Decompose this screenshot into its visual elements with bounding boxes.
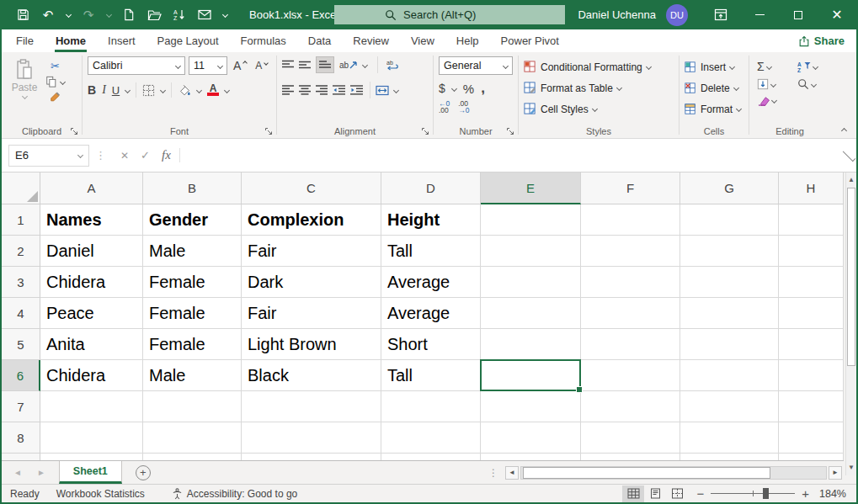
row-header-8[interactable]: 8	[2, 422, 40, 454]
borders-icon[interactable]	[142, 84, 155, 97]
collapse-ribbon-icon[interactable]	[841, 128, 847, 134]
accounting-dropdown-icon[interactable]	[451, 85, 457, 91]
format-painter-icon[interactable]	[45, 91, 65, 103]
minimize-button[interactable]	[740, 0, 779, 29]
cell-A7[interactable]	[40, 391, 143, 422]
cell-H8[interactable]	[779, 422, 844, 454]
cell-H1[interactable]	[779, 204, 844, 236]
number-format-combo[interactable]: General	[439, 56, 513, 75]
zoom-in-button[interactable]: +	[802, 487, 809, 500]
cell-A2[interactable]: Daniel	[40, 236, 143, 267]
tab-file[interactable]: File	[5, 29, 45, 52]
cell-D7[interactable]	[381, 391, 481, 422]
cell-A3[interactable]: Chidera	[40, 267, 143, 298]
row-header-7[interactable]: 7	[2, 391, 40, 422]
select-all-button[interactable]	[2, 172, 40, 204]
cell-B3[interactable]: Female	[143, 267, 242, 298]
scroll-up-icon[interactable]: ▲	[846, 172, 856, 186]
expand-formula-bar-icon[interactable]	[843, 149, 856, 162]
column-header-C[interactable]: C	[242, 172, 381, 204]
user-name[interactable]: Daniel Uchenna	[578, 8, 656, 21]
cell-H7[interactable]	[779, 391, 844, 422]
underline-button[interactable]: U	[112, 84, 120, 97]
row-header-4[interactable]: 4	[2, 298, 40, 329]
percent-style-button[interactable]: %	[463, 82, 474, 96]
zoom-slider[interactable]	[711, 493, 795, 494]
undo-dropdown-icon[interactable]	[62, 4, 74, 26]
clipboard-dialog-launcher-icon[interactable]	[70, 127, 78, 135]
increase-font-size-button[interactable]: A	[231, 57, 249, 74]
merge-center-icon[interactable]	[376, 85, 389, 96]
zoom-slider-thumb[interactable]	[763, 488, 769, 499]
undo-icon[interactable]: ↶	[37, 4, 59, 26]
horizontal-scrollbar-thumb[interactable]	[523, 467, 770, 479]
row-header-3[interactable]: 3	[2, 267, 40, 298]
cell-styles-button[interactable]: Cell Styles	[524, 98, 675, 119]
align-right-icon[interactable]	[316, 85, 328, 95]
cell-B2[interactable]: Male	[143, 236, 242, 267]
scroll-down-icon[interactable]: ▼	[846, 460, 856, 474]
share-button[interactable]: Share	[798, 29, 845, 52]
cell-H3[interactable]	[779, 267, 844, 298]
save-icon[interactable]	[12, 4, 34, 26]
cell-E3[interactable]	[481, 267, 581, 298]
new-sheet-button[interactable]: +	[136, 465, 151, 480]
cell-F7[interactable]	[581, 391, 680, 422]
cell-H2[interactable]	[779, 236, 844, 267]
cell-E1[interactable]	[481, 204, 581, 236]
cell-G6[interactable]	[680, 360, 779, 391]
page-layout-view-button[interactable]	[644, 485, 666, 502]
cell-F1[interactable]	[581, 204, 680, 236]
cell-B1[interactable]: Gender	[143, 204, 242, 236]
sort-az-icon[interactable]: AZ	[168, 4, 190, 26]
wrap-text-icon[interactable]: ab	[386, 60, 400, 71]
cell-C4[interactable]: Fair	[242, 298, 381, 329]
formula-input[interactable]	[180, 139, 842, 172]
number-dialog-launcher-icon[interactable]	[506, 127, 514, 135]
format-cells-button[interactable]: Format	[685, 98, 745, 119]
comma-style-button[interactable]: ,	[481, 80, 485, 97]
cell-C1[interactable]: Complexion	[242, 204, 381, 236]
email-icon[interactable]	[194, 4, 216, 26]
column-header-H[interactable]: H	[779, 172, 844, 204]
cell-B5[interactable]: Female	[143, 329, 242, 360]
merge-center-dropdown-icon[interactable]	[393, 87, 399, 93]
zoom-level[interactable]: 184%	[818, 488, 856, 500]
cell-H6[interactable]	[779, 360, 844, 391]
maximize-button[interactable]	[779, 0, 818, 29]
increase-indent-icon[interactable]	[350, 85, 363, 95]
column-header-B[interactable]: B	[143, 172, 242, 204]
copy-icon[interactable]	[45, 76, 65, 88]
row-header-1[interactable]: 1	[2, 204, 40, 236]
avatar[interactable]: DU	[666, 4, 688, 26]
formula-bar-splitter[interactable]: ⋮	[89, 149, 112, 162]
find-select-button[interactable]	[795, 77, 828, 92]
center-icon[interactable]	[299, 85, 311, 95]
delete-cells-button[interactable]: Delete	[685, 77, 745, 98]
tab-view[interactable]: View	[400, 29, 445, 52]
cell-A5[interactable]: Anita	[40, 329, 143, 360]
cell-G3[interactable]	[680, 267, 779, 298]
cell-C7[interactable]	[242, 391, 381, 422]
font-dialog-launcher-icon[interactable]	[264, 127, 273, 135]
open-folder-icon[interactable]	[143, 4, 165, 26]
italic-button[interactable]: I	[102, 83, 106, 97]
cut-icon[interactable]: ✂	[45, 60, 65, 72]
tab-review[interactable]: Review	[342, 29, 400, 52]
conditional-formatting-button[interactable]: Conditional Formatting	[524, 56, 675, 77]
cell-G1[interactable]	[680, 204, 779, 236]
row-header-5[interactable]: 5	[2, 329, 40, 360]
cell-F4[interactable]	[581, 298, 680, 329]
cell-C8[interactable]	[242, 422, 381, 454]
tab-formulas[interactable]: Formulas	[230, 29, 297, 52]
orientation-dropdown-icon[interactable]	[362, 61, 368, 67]
decrease-indent-icon[interactable]	[333, 85, 345, 95]
cell[interactable]	[581, 454, 680, 460]
fill-color-dropdown-icon[interactable]	[196, 87, 202, 93]
name-box[interactable]: E6	[8, 145, 89, 167]
cell-G4[interactable]	[680, 298, 779, 329]
row-header-2[interactable]: 2	[2, 236, 40, 267]
alignment-dialog-launcher-icon[interactable]	[421, 127, 429, 135]
cell-E5[interactable]	[481, 329, 581, 360]
font-color-icon[interactable]: A	[207, 84, 219, 96]
